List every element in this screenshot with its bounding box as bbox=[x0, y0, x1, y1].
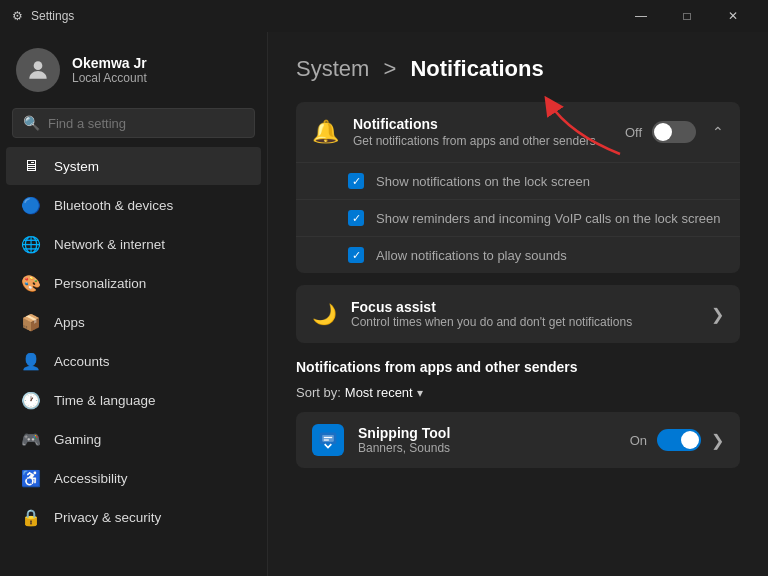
time-icon: 🕐 bbox=[22, 391, 40, 409]
focus-assist-row[interactable]: 🌙 Focus assist Control times when you do… bbox=[296, 285, 740, 343]
user-info: Okemwa Jr Local Account bbox=[72, 55, 147, 85]
checkbox-reminders[interactable]: ✓ bbox=[348, 210, 364, 226]
svg-rect-2 bbox=[322, 435, 334, 442]
moon-icon: 🌙 bbox=[312, 302, 337, 326]
sub-option-reminders: ✓ Show reminders and incoming VoIP calls… bbox=[296, 199, 740, 236]
titlebar: ⚙ Settings — □ ✕ bbox=[0, 0, 768, 32]
focus-assist-title: Focus assist bbox=[351, 299, 711, 315]
main-layout: Okemwa Jr Local Account 🔍 🖥 System 🔵 Blu… bbox=[0, 32, 768, 576]
breadcrumb-current: Notifications bbox=[410, 56, 543, 81]
sub-option-lock-screen: ✓ Show notifications on the lock screen bbox=[296, 162, 740, 199]
checkbox-lock-screen[interactable]: ✓ bbox=[348, 173, 364, 189]
breadcrumb-parent: System bbox=[296, 56, 369, 81]
sidebar: Okemwa Jr Local Account 🔍 🖥 System 🔵 Blu… bbox=[0, 32, 268, 576]
close-button[interactable]: ✕ bbox=[710, 0, 756, 32]
app-title: Settings bbox=[31, 9, 74, 23]
app-right-snipping: On ❯ bbox=[630, 429, 724, 451]
snipping-toggle-label: On bbox=[630, 433, 647, 448]
gaming-icon: 🎮 bbox=[22, 430, 40, 448]
sidebar-item-time[interactable]: 🕐 Time & language bbox=[6, 381, 261, 419]
sidebar-item-system[interactable]: 🖥 System bbox=[6, 147, 261, 185]
app-name-snipping: Snipping Tool bbox=[358, 425, 616, 441]
sidebar-label-accounts: Accounts bbox=[54, 354, 110, 369]
sidebar-item-accounts[interactable]: 👤 Accounts bbox=[6, 342, 261, 380]
checkbox-sounds[interactable]: ✓ bbox=[348, 247, 364, 263]
sidebar-item-accessibility[interactable]: ♿ Accessibility bbox=[6, 459, 261, 497]
snipping-tool-icon bbox=[312, 424, 344, 456]
snipping-toggle[interactable] bbox=[657, 429, 701, 451]
notifications-text: Notifications Get notifications from app… bbox=[353, 116, 625, 148]
snipping-toggle-thumb bbox=[681, 431, 699, 449]
sidebar-item-gaming[interactable]: 🎮 Gaming bbox=[6, 420, 261, 458]
search-input[interactable] bbox=[48, 116, 244, 131]
user-role: Local Account bbox=[72, 71, 147, 85]
sidebar-label-apps: Apps bbox=[54, 315, 85, 330]
sub-option-label-1: Show reminders and incoming VoIP calls o… bbox=[376, 211, 720, 226]
notifications-title: Notifications bbox=[353, 116, 625, 132]
maximize-button[interactable]: □ bbox=[664, 0, 710, 32]
app-sub-snipping: Banners, Sounds bbox=[358, 441, 616, 455]
notifications-subtitle: Get notifications from apps and other se… bbox=[353, 134, 625, 148]
app-chevron-right-icon: ❯ bbox=[711, 431, 724, 450]
focus-assist-text: Focus assist Control times when you do a… bbox=[351, 299, 711, 329]
notifications-card: 🔔 Notifications Get notifications from a… bbox=[296, 102, 740, 273]
checkmark-icon: ✓ bbox=[352, 175, 361, 188]
minimize-button[interactable]: — bbox=[618, 0, 664, 32]
avatar bbox=[16, 48, 60, 92]
sidebar-label-system: System bbox=[54, 159, 99, 174]
sort-label: Sort by: bbox=[296, 385, 341, 400]
sub-option-label-2: Allow notifications to play sounds bbox=[376, 248, 567, 263]
app-row-snipping-tool[interactable]: Snipping Tool Banners, Sounds On ❯ bbox=[296, 412, 740, 468]
accessibility-icon: ♿ bbox=[22, 469, 40, 487]
toggle-off-label: Off bbox=[625, 125, 642, 140]
sort-chevron-icon[interactable]: ▾ bbox=[417, 386, 423, 400]
svg-point-0 bbox=[34, 61, 43, 70]
notifications-card-wrapper: 🔔 Notifications Get notifications from a… bbox=[296, 102, 740, 273]
apps-icon: 📦 bbox=[22, 313, 40, 331]
accounts-icon: 👤 bbox=[22, 352, 40, 370]
from-apps-section-title: Notifications from apps and other sender… bbox=[296, 359, 740, 375]
sidebar-label-time: Time & language bbox=[54, 393, 156, 408]
privacy-icon: 🔒 bbox=[22, 508, 40, 526]
sidebar-item-privacy[interactable]: 🔒 Privacy & security bbox=[6, 498, 261, 536]
sidebar-item-network[interactable]: 🌐 Network & internet bbox=[6, 225, 261, 263]
breadcrumb: System > Notifications bbox=[296, 56, 740, 82]
sidebar-item-apps[interactable]: 📦 Apps bbox=[6, 303, 261, 341]
checkmark-icon-3: ✓ bbox=[352, 249, 361, 262]
titlebar-controls: — □ ✕ bbox=[618, 0, 756, 32]
bluetooth-icon: 🔵 bbox=[22, 196, 40, 214]
personalization-icon: 🎨 bbox=[22, 274, 40, 292]
sidebar-label-privacy: Privacy & security bbox=[54, 510, 161, 525]
settings-icon: ⚙ bbox=[12, 9, 23, 23]
focus-assist-subtitle: Control times when you do and don't get … bbox=[351, 315, 711, 329]
system-icon: 🖥 bbox=[22, 157, 40, 175]
user-name: Okemwa Jr bbox=[72, 55, 147, 71]
sidebar-label-bluetooth: Bluetooth & devices bbox=[54, 198, 173, 213]
chevron-right-icon: ❯ bbox=[711, 305, 724, 324]
checkmark-icon-2: ✓ bbox=[352, 212, 361, 225]
sidebar-label-gaming: Gaming bbox=[54, 432, 101, 447]
content-area: System > Notifications 🔔 Notifications G… bbox=[268, 32, 768, 576]
sidebar-nav: 🖥 System 🔵 Bluetooth & devices 🌐 Network… bbox=[0, 146, 267, 537]
sort-value[interactable]: Most recent bbox=[345, 385, 413, 400]
sidebar-label-network: Network & internet bbox=[54, 237, 165, 252]
network-icon: 🌐 bbox=[22, 235, 40, 253]
sort-row: Sort by: Most recent ▾ bbox=[296, 385, 740, 400]
bell-icon: 🔔 bbox=[312, 119, 339, 145]
notifications-toggle[interactable] bbox=[652, 121, 696, 143]
titlebar-left: ⚙ Settings bbox=[12, 9, 74, 23]
chevron-up-icon[interactable]: ⌃ bbox=[712, 124, 724, 140]
search-box[interactable]: 🔍 bbox=[12, 108, 255, 138]
sidebar-label-accessibility: Accessibility bbox=[54, 471, 128, 486]
notifications-right: Off ⌃ bbox=[625, 121, 724, 143]
breadcrumb-separator: > bbox=[383, 56, 396, 81]
app-text-snipping: Snipping Tool Banners, Sounds bbox=[358, 425, 616, 455]
sub-option-sounds: ✓ Allow notifications to play sounds bbox=[296, 236, 740, 273]
sidebar-item-bluetooth[interactable]: 🔵 Bluetooth & devices bbox=[6, 186, 261, 224]
sidebar-label-personalization: Personalization bbox=[54, 276, 146, 291]
notifications-header: 🔔 Notifications Get notifications from a… bbox=[296, 102, 740, 162]
sidebar-item-personalization[interactable]: 🎨 Personalization bbox=[6, 264, 261, 302]
search-icon: 🔍 bbox=[23, 115, 40, 131]
user-section: Okemwa Jr Local Account bbox=[0, 32, 267, 104]
sub-option-label-0: Show notifications on the lock screen bbox=[376, 174, 590, 189]
